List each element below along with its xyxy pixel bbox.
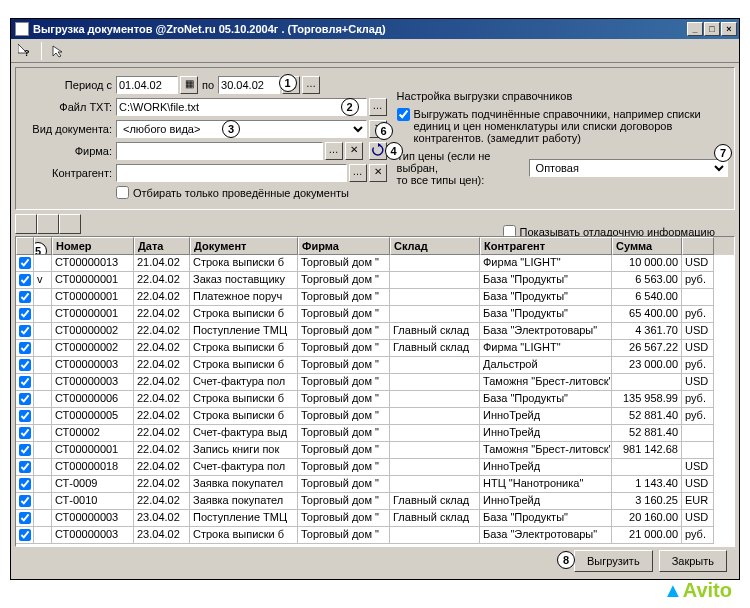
row-date: 23.04.02 bbox=[134, 510, 190, 527]
table-row[interactable]: СТ0000000323.04.02Поступление ТМЦТорговы… bbox=[16, 510, 734, 527]
row-date: 22.04.02 bbox=[134, 357, 190, 374]
row-number: СТ00000018 bbox=[52, 459, 134, 476]
grid-body[interactable]: СТ0000001321.04.02Строка выписки бТоргов… bbox=[16, 255, 734, 546]
row-currency: руб. bbox=[682, 408, 714, 425]
row-mark-cell bbox=[34, 493, 52, 510]
refresh-button[interactable] bbox=[369, 142, 387, 160]
table-row[interactable]: СТ0000222.04.02Счет-фактура выдТорговый … bbox=[16, 425, 734, 442]
period-picker-button[interactable]: … bbox=[302, 76, 320, 94]
view-tree-button[interactable] bbox=[37, 214, 59, 234]
toolbar-cursor-icon[interactable] bbox=[48, 41, 68, 61]
period-to-input[interactable] bbox=[218, 76, 280, 94]
table-row[interactable]: СТ0000000323.04.02Строка выписки бТоргов… bbox=[16, 527, 734, 544]
row-contractor: Дальстрой bbox=[480, 357, 612, 374]
row-checkbox-cell[interactable] bbox=[16, 493, 34, 510]
table-row[interactable]: СТ0000000322.04.02Счет-фактура полТоргов… bbox=[16, 374, 734, 391]
row-firm: Торговый дом " bbox=[298, 442, 390, 459]
close-window-button[interactable]: × bbox=[721, 22, 737, 36]
minimize-button[interactable]: _ bbox=[687, 22, 703, 36]
col-document[interactable]: Документ bbox=[190, 237, 298, 255]
firm-clear-button[interactable]: ✕ bbox=[345, 142, 363, 160]
price-type-select[interactable]: Оптовая bbox=[529, 159, 728, 177]
row-document: Строка выписки б bbox=[190, 357, 298, 374]
col-mark[interactable]: 5 bbox=[34, 237, 52, 255]
table-row[interactable]: vСТ0000000122.04.02Заказ поставщикуТорго… bbox=[16, 272, 734, 289]
grid-header: 5 Номер Дата Документ Фирма Склад Контра… bbox=[16, 237, 734, 255]
table-row[interactable]: СТ0000000122.04.02Платежное поручТорговы… bbox=[16, 289, 734, 306]
file-input[interactable] bbox=[116, 98, 367, 116]
table-row[interactable]: СТ0000000222.04.02Поступление ТМЦТорговы… bbox=[16, 323, 734, 340]
firm-browse-button[interactable]: … bbox=[325, 142, 343, 160]
table-row[interactable]: СТ0000000222.04.02Строка выписки бТоргов… bbox=[16, 340, 734, 357]
row-firm: Торговый дом " bbox=[298, 374, 390, 391]
row-checkbox-cell[interactable] bbox=[16, 408, 34, 425]
only-posted-checkbox[interactable] bbox=[116, 186, 129, 199]
callout-8: 8 bbox=[557, 551, 575, 569]
toolbar-help-icon[interactable]: ? bbox=[15, 41, 35, 61]
table-row[interactable]: СТ0000000122.04.02Строка выписки бТоргов… bbox=[16, 306, 734, 323]
row-checkbox-cell[interactable] bbox=[16, 425, 34, 442]
col-firm[interactable]: Фирма bbox=[298, 237, 390, 255]
row-checkbox-cell[interactable] bbox=[16, 442, 34, 459]
svg-text:?: ? bbox=[24, 48, 30, 58]
col-date[interactable]: Дата bbox=[134, 237, 190, 255]
row-checkbox-cell[interactable] bbox=[16, 255, 34, 272]
firm-input[interactable] bbox=[116, 142, 323, 160]
row-currency: USD bbox=[682, 255, 714, 272]
row-checkbox-cell[interactable] bbox=[16, 476, 34, 493]
row-date: 22.04.02 bbox=[134, 493, 190, 510]
table-row[interactable]: СТ0000001822.04.02Счет-фактура полТоргов… bbox=[16, 459, 734, 476]
table-row[interactable]: СТ0000000122.04.02Запись книги покТоргов… bbox=[16, 442, 734, 459]
contractor-browse-button[interactable]: … bbox=[349, 164, 367, 182]
row-checkbox-cell[interactable] bbox=[16, 323, 34, 340]
row-checkbox-cell[interactable] bbox=[16, 306, 34, 323]
row-date: 22.04.02 bbox=[134, 391, 190, 408]
table-row[interactable]: СТ0000000322.04.02Строка выписки бТоргов… bbox=[16, 357, 734, 374]
contractor-input[interactable] bbox=[116, 164, 347, 182]
row-checkbox-cell[interactable] bbox=[16, 510, 34, 527]
col-currency[interactable] bbox=[682, 237, 714, 255]
period-from-calendar-button[interactable] bbox=[180, 76, 198, 94]
row-contractor: База "Продукты" bbox=[480, 391, 612, 408]
row-sum: 23 000.00 bbox=[612, 357, 682, 374]
row-checkbox-cell[interactable] bbox=[16, 340, 34, 357]
col-check[interactable] bbox=[16, 237, 34, 255]
row-checkbox-cell[interactable] bbox=[16, 527, 34, 544]
table-row[interactable]: СТ0000001321.04.02Строка выписки бТоргов… bbox=[16, 255, 734, 272]
table-row[interactable]: СТ-000922.04.02Заявка покупателТорговый … bbox=[16, 476, 734, 493]
row-checkbox-cell[interactable] bbox=[16, 272, 34, 289]
maximize-button[interactable]: □ bbox=[704, 22, 720, 36]
row-checkbox-cell[interactable] bbox=[16, 374, 34, 391]
doc-type-select[interactable]: <любого вида> bbox=[116, 120, 367, 138]
row-checkbox-cell[interactable] bbox=[16, 289, 34, 306]
contractor-clear-button[interactable]: ✕ bbox=[369, 164, 387, 182]
row-warehouse: Главный склад bbox=[390, 323, 480, 340]
row-checkbox-cell[interactable] bbox=[16, 357, 34, 374]
row-mark-cell bbox=[34, 289, 52, 306]
row-warehouse bbox=[390, 476, 480, 493]
row-checkbox-cell[interactable] bbox=[16, 459, 34, 476]
col-warehouse[interactable]: Склад bbox=[390, 237, 480, 255]
firm-label: Фирма: bbox=[22, 145, 116, 157]
row-checkbox-cell[interactable] bbox=[16, 391, 34, 408]
close-button[interactable]: Закрыть bbox=[659, 550, 727, 572]
row-firm: Торговый дом " bbox=[298, 272, 390, 289]
file-browse-button[interactable]: … bbox=[369, 98, 387, 116]
view-list-button[interactable] bbox=[15, 214, 37, 234]
price-type-label-2: то все типы цен): bbox=[397, 174, 525, 186]
row-document: Счет-фактура выд bbox=[190, 425, 298, 442]
export-button[interactable]: Выгрузить bbox=[574, 550, 653, 572]
col-number[interactable]: Номер bbox=[52, 237, 134, 255]
period-from-input[interactable] bbox=[116, 76, 178, 94]
row-firm: Торговый дом " bbox=[298, 255, 390, 272]
export-sub-refs-checkbox[interactable] bbox=[397, 108, 410, 121]
table-row[interactable]: СТ0000000522.04.02Строка выписки бТоргов… bbox=[16, 408, 734, 425]
row-contractor: Фирма "LIGHT" bbox=[480, 255, 612, 272]
view-grid-button[interactable] bbox=[59, 214, 81, 234]
col-sum[interactable]: Сумма bbox=[612, 237, 682, 255]
table-row[interactable]: СТ0000000622.04.02Строка выписки бТоргов… bbox=[16, 391, 734, 408]
table-row[interactable]: СТ-001022.04.02Заявка покупателТорговый … bbox=[16, 493, 734, 510]
row-warehouse bbox=[390, 357, 480, 374]
row-mark-cell bbox=[34, 391, 52, 408]
col-contractor[interactable]: Контрагент bbox=[480, 237, 612, 255]
